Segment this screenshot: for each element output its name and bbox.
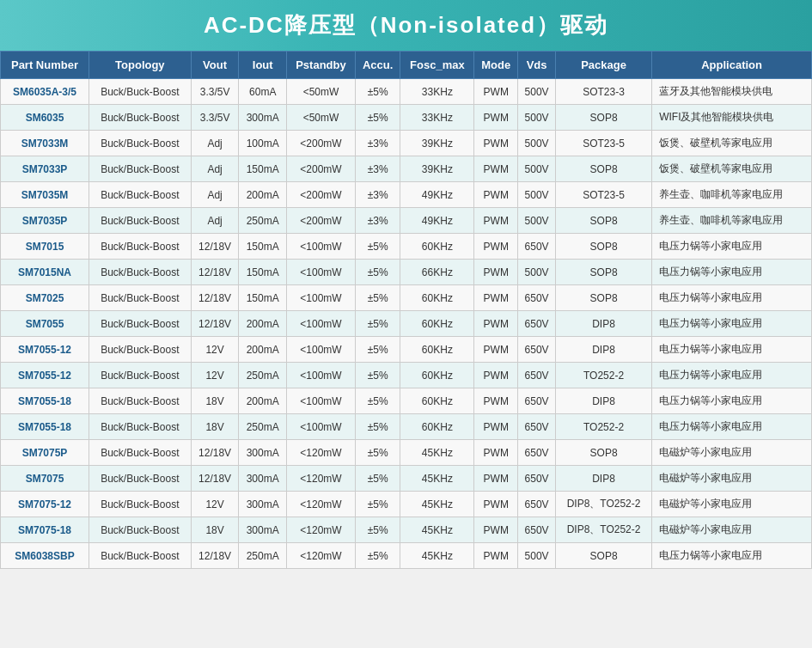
table-cell: PWM xyxy=(474,492,518,517)
table-cell: 45KHz xyxy=(400,543,474,569)
table-cell: 650V xyxy=(518,234,556,260)
table-cell: Buck/Buck-Boost xyxy=(89,208,191,234)
table-cell: 200mA xyxy=(239,311,287,337)
table-cell: ±5% xyxy=(355,337,400,363)
table-row: SM7015NABuck/Buck-Boost12/18V150mA<100mW… xyxy=(1,260,812,285)
table-cell: PWM xyxy=(474,337,518,363)
table-cell: PWM xyxy=(474,363,518,388)
table-cell: PWM xyxy=(474,311,518,337)
table-cell: 养生壶、咖啡机等家电应用 xyxy=(652,182,812,208)
table-cell: <100mW xyxy=(287,388,356,414)
table-cell: SM6038SBP xyxy=(1,543,89,569)
col-header-mode: Mode xyxy=(474,52,518,79)
table-cell: Buck/Buck-Boost xyxy=(89,131,191,156)
table-cell: PWM xyxy=(474,208,518,234)
table-cell: ±3% xyxy=(355,208,400,234)
table-cell: Buck/Buck-Boost xyxy=(89,363,191,388)
table-cell: ±5% xyxy=(355,492,400,517)
table-cell: 650V xyxy=(518,363,556,388)
table-cell: SM7025 xyxy=(1,285,89,311)
table-row: SM7025Buck/Buck-Boost12/18V150mA<100mW±5… xyxy=(1,285,812,311)
table-cell: DIP8、TO252-2 xyxy=(555,492,651,517)
table-cell: 250mA xyxy=(239,414,287,440)
table-cell: 39KHz xyxy=(400,156,474,182)
table-row: SM7075Buck/Buck-Boost12/18V300mA<120mW±5… xyxy=(1,466,812,492)
table-cell: SM6035A-3/5 xyxy=(1,79,89,105)
table-cell: 300mA xyxy=(239,105,287,131)
table-cell: 650V xyxy=(518,466,556,492)
table-cell: <100mW xyxy=(287,285,356,311)
table-cell: 3.3/5V xyxy=(191,79,239,105)
table-cell: 电磁炉等小家电应用 xyxy=(652,440,812,466)
table-cell: Buck/Buck-Boost xyxy=(89,156,191,182)
col-header-vds: Vds xyxy=(518,52,556,79)
table-cell: SOP8 xyxy=(555,260,651,285)
table-row: SM7033PBuck/Buck-BoostAdj150mA<200mW±3%3… xyxy=(1,156,812,182)
table-cell: 18V xyxy=(191,414,239,440)
table-cell: SOP8 xyxy=(555,208,651,234)
table-cell: 45KHz xyxy=(400,466,474,492)
table-cell: Adj xyxy=(191,156,239,182)
table-cell: PWM xyxy=(474,440,518,466)
table-header-row: Part NumberTopologyVoutIoutPstandbyAccu.… xyxy=(1,52,812,79)
table-cell: SM7075-18 xyxy=(1,517,89,543)
table-cell: ±5% xyxy=(355,543,400,569)
table-cell: 60KHz xyxy=(400,414,474,440)
table-cell: 500V xyxy=(518,260,556,285)
table-cell: PWM xyxy=(474,79,518,105)
table-cell: 电压力锅等小家电应用 xyxy=(652,363,812,388)
table-cell: SM7055-18 xyxy=(1,414,89,440)
table-cell: SM7015NA xyxy=(1,260,89,285)
table-container: Part NumberTopologyVoutIoutPstandbyAccu.… xyxy=(0,51,812,569)
table-cell: 电压力锅等小家电应用 xyxy=(652,285,812,311)
table-cell: Buck/Buck-Boost xyxy=(89,337,191,363)
table-cell: <120mW xyxy=(287,492,356,517)
table-cell: 650V xyxy=(518,388,556,414)
table-cell: 49KHz xyxy=(400,208,474,234)
table-cell: 电压力锅等小家电应用 xyxy=(652,388,812,414)
table-cell: ±5% xyxy=(355,363,400,388)
table-cell: ±5% xyxy=(355,79,400,105)
table-cell: SOP8 xyxy=(555,105,651,131)
table-cell: 12/18V xyxy=(191,234,239,260)
table-row: SM7075-18Buck/Buck-Boost18V300mA<120mW±5… xyxy=(1,517,812,543)
table-row: SM7055-12Buck/Buck-Boost12V200mA<100mW±5… xyxy=(1,337,812,363)
table-cell: 500V xyxy=(518,131,556,156)
table-row: SM7055Buck/Buck-Boost12/18V200mA<100mW±5… xyxy=(1,311,812,337)
table-cell: 电压力锅等小家电应用 xyxy=(652,234,812,260)
table-cell: 电压力锅等小家电应用 xyxy=(652,414,812,440)
table-cell: Buck/Buck-Boost xyxy=(89,105,191,131)
table-cell: 45KHz xyxy=(400,517,474,543)
table-cell: PWM xyxy=(474,543,518,569)
table-cell: 500V xyxy=(518,182,556,208)
table-cell: PWM xyxy=(474,414,518,440)
table-row: SM7075-12Buck/Buck-Boost12V300mA<120mW±5… xyxy=(1,492,812,517)
table-cell: Buck/Buck-Boost xyxy=(89,182,191,208)
table-cell: DIP8 xyxy=(555,388,651,414)
table-row: SM6035A-3/5Buck/Buck-Boost3.3/5V60mA<50m… xyxy=(1,79,812,105)
table-cell: 60KHz xyxy=(400,285,474,311)
table-row: SM6035Buck/Buck-Boost3.3/5V300mA<50mW±5%… xyxy=(1,105,812,131)
table-cell: 60KHz xyxy=(400,388,474,414)
table-cell: SM7035P xyxy=(1,208,89,234)
col-header-pstandby: Pstandby xyxy=(287,52,356,79)
col-header-part-number: Part Number xyxy=(1,52,89,79)
table-cell: 养生壶、咖啡机等家电应用 xyxy=(652,208,812,234)
table-cell: <100mW xyxy=(287,337,356,363)
table-cell: PWM xyxy=(474,234,518,260)
table-cell: Adj xyxy=(191,131,239,156)
table-row: SM6038SBPBuck/Buck-Boost12/18V250mA<120m… xyxy=(1,543,812,569)
table-cell: 蓝牙及其他智能模块供电 xyxy=(652,79,812,105)
table-cell: PWM xyxy=(474,156,518,182)
col-header-topology: Topology xyxy=(89,52,191,79)
table-cell: SOP8 xyxy=(555,285,651,311)
table-cell: 300mA xyxy=(239,440,287,466)
table-cell: PWM xyxy=(474,285,518,311)
table-cell: SM7075P xyxy=(1,440,89,466)
table-cell: Buck/Buck-Boost xyxy=(89,543,191,569)
table-cell: 60mA xyxy=(239,79,287,105)
table-cell: ±3% xyxy=(355,131,400,156)
table-cell: TO252-2 xyxy=(555,414,651,440)
table-cell: 饭煲、破壁机等家电应用 xyxy=(652,131,812,156)
table-cell: TO252-2 xyxy=(555,363,651,388)
